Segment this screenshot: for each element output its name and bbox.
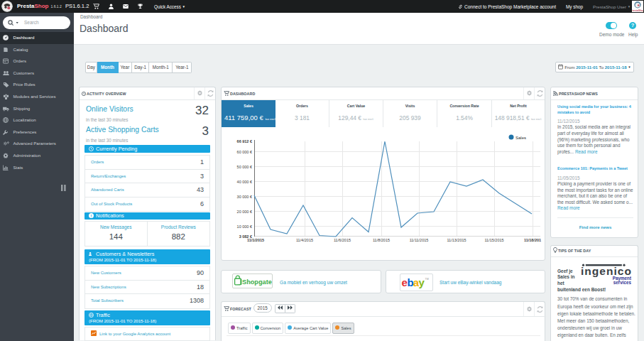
svg-text:40 000 €: 40 000 € (237, 180, 252, 184)
svg-text:50 000 €: 50 000 € (237, 165, 252, 169)
svg-text:11/11/2015: 11/11/2015 (410, 238, 429, 242)
svg-text:11/1/2015: 11/1/2015 (247, 238, 264, 242)
svg-text:Sales: Sales (515, 136, 526, 140)
svg-text:11/15/2015: 11/15/2015 (484, 238, 503, 242)
svg-text:60 000 €: 60 000 € (237, 150, 252, 154)
svg-text:y: y (418, 276, 425, 288)
svg-text:11/8/2015: 11/8/2015 (373, 238, 390, 242)
svg-text:11/6/2015: 11/6/2015 (334, 238, 351, 242)
svg-text:services: services (613, 279, 631, 284)
svg-text:20 000 €: 20 000 € (237, 210, 252, 214)
svg-text:e: e (402, 276, 408, 288)
svg-text:10 000 €: 10 000 € (237, 224, 252, 229)
svg-text:!: ! (91, 214, 92, 218)
svg-text:11/18/201: 11/18/201 (524, 238, 541, 242)
svg-text:PrestaShop: PrestaShop (632, 9, 643, 12)
svg-text:Shopgate: Shopgate (242, 278, 272, 286)
svg-text:11/4/2015: 11/4/2015 (296, 238, 313, 242)
svg-text:11/13/2015: 11/13/2015 (447, 238, 466, 242)
svg-text:TM: TM (425, 278, 429, 281)
svg-text:30 000 €: 30 000 € (237, 195, 252, 199)
svg-text:66 912 €: 66 912 € (237, 139, 252, 144)
